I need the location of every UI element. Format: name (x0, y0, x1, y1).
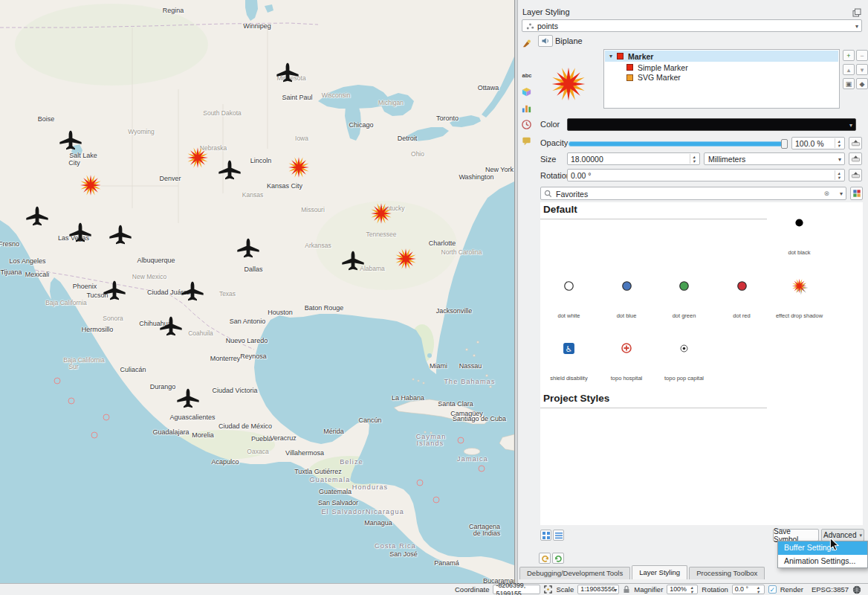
style-search-input[interactable]: Favorites ⊗ ▾ (540, 187, 846, 200)
style-browser[interactable]: Default dot blackdot whitedot bluedot gr… (540, 202, 863, 525)
tab-processing-toolbox[interactable]: Processing Toolbox (689, 567, 765, 579)
redo-style-button[interactable] (552, 553, 564, 564)
style-item-effect-drop-shadow[interactable]: effect drop shadow (771, 269, 828, 329)
size-spinbox[interactable]: 18.00000 ▴▾ (567, 152, 700, 165)
star-marker[interactable] (184, 144, 211, 174)
expand-arrow-icon[interactable]: ▾ (609, 53, 612, 60)
dock-tab-bar: Debugging/Development ToolsLayer Styling… (519, 565, 766, 579)
labels-icon[interactable]: abc (518, 68, 535, 83)
plane-marker[interactable] (68, 221, 92, 248)
style-item-dot-white[interactable]: dot white (540, 269, 597, 329)
lock-symbol-layer-button[interactable]: ◆ (856, 78, 868, 89)
style-item-dot-red[interactable]: dot red (713, 269, 771, 329)
search-value: Favorites (556, 190, 588, 199)
opacity-slider-handle[interactable] (781, 139, 788, 149)
scale-combo[interactable]: 1:19083556 ▾ (577, 585, 619, 594)
dot-style-icon (736, 269, 748, 302)
rotation-spinbox[interactable]: 0.0 ° ▴▾ (732, 585, 765, 594)
coordinate-input[interactable]: -8206399, 5199155 (493, 585, 540, 594)
map-label: Winnipeg (243, 22, 271, 30)
style-item-topo-hospital[interactable]: topo hospital (598, 332, 655, 391)
metadata-icon[interactable] (518, 133, 535, 149)
symbol-audio-button[interactable] (538, 35, 553, 47)
magnifier-spinbox[interactable]: 100% ▴▾ (667, 585, 698, 594)
spinner-arrows[interactable]: ▴▾ (687, 586, 696, 593)
move-up-symbol-layer-button[interactable]: ▴ (843, 64, 855, 75)
spinner-arrows[interactable]: ▴▾ (754, 586, 762, 593)
section-project-styles: Project Styles (543, 393, 609, 404)
plane-marker[interactable] (181, 280, 204, 306)
lock-scale-button[interactable] (623, 585, 630, 594)
star-marker[interactable] (77, 172, 104, 202)
color-button[interactable]: ▾ (567, 118, 856, 131)
symbol-root-row[interactable]: ▾ Marker (605, 51, 838, 62)
plane-marker[interactable] (341, 249, 365, 276)
move-down-symbol-layer-button[interactable]: ▾ (856, 64, 868, 75)
style-manager-button[interactable] (850, 187, 863, 200)
undo-style-button[interactable] (539, 553, 551, 564)
plane-marker[interactable] (159, 315, 183, 341)
add-symbol-layer-button[interactable]: + (843, 50, 855, 61)
symbol-layer-row[interactable]: SVG Marker (604, 73, 839, 83)
rotation-data-defined-button[interactable] (849, 169, 862, 181)
style-item-dot-green[interactable]: dot green (655, 269, 713, 329)
map-canvas[interactable]: ReginaWinnipegSaint PaulOttawaTorontoChi… (0, 0, 514, 583)
data-defined-icon (851, 154, 861, 164)
plane-marker[interactable] (176, 387, 200, 414)
plane-marker[interactable] (108, 223, 132, 250)
plane-marker[interactable] (218, 158, 242, 185)
map-label: Nassau (459, 362, 482, 370)
symbology-icon[interactable] (518, 36, 535, 51)
list-view-button[interactable] (553, 530, 564, 541)
symbol-layer-label: Simple Marker (638, 63, 688, 72)
size-data-defined-button[interactable] (849, 152, 862, 165)
symbol-layer-tree[interactable]: ▾ Marker Simple MarkerSVG Marker (603, 49, 840, 109)
icon-view-button[interactable] (540, 530, 551, 541)
plane-marker[interactable] (25, 205, 49, 231)
advanced-button[interactable]: Advanced ▾ (821, 529, 864, 541)
render-checkbox[interactable]: ✓ (768, 585, 777, 594)
style-manager-icon (852, 189, 861, 198)
log-messages-button[interactable] (852, 585, 861, 594)
history-icon[interactable] (518, 117, 535, 132)
tab-layer-styling[interactable]: Layer Styling (632, 565, 687, 579)
undock-icon[interactable] (852, 8, 861, 19)
map-label: San Salvador (318, 499, 358, 506)
tab-debugging-development-tools[interactable]: Debugging/Development Tools (519, 567, 630, 579)
menu-item-animation-settings[interactable]: Animation Settings... (778, 555, 867, 568)
opacity-data-defined-button[interactable] (849, 137, 862, 149)
plane-marker[interactable] (103, 279, 126, 306)
save-symbol-button[interactable]: Save Symbol... (773, 529, 819, 541)
menu-item-buffer-settings[interactable]: Buffer Settings (778, 541, 867, 555)
style-item-shield-disability[interactable]: ♿shield disability (540, 332, 597, 391)
style-item-label: dot black (776, 249, 823, 257)
style-item-topo-pop-capital[interactable]: topo pop capital (655, 332, 713, 391)
star-marker[interactable] (368, 200, 395, 230)
remove-symbol-layer-button[interactable]: − (856, 50, 868, 61)
style-item-dot-black[interactable]: dot black (771, 206, 828, 266)
map-label: North Carolina (441, 248, 482, 256)
view3d-icon[interactable] (518, 84, 535, 100)
star-marker[interactable] (392, 245, 419, 275)
opacity-spinbox[interactable]: 100.0 % ▴▾ (791, 137, 845, 149)
size-unit-combo[interactable]: Millimeters ▾ (704, 152, 845, 165)
clear-search-icon[interactable]: ⊗ (823, 190, 829, 197)
plane-marker[interactable] (59, 129, 82, 155)
duplicate-symbol-layer-button[interactable]: ▣ (843, 78, 855, 89)
layer-selector[interactable]: points ▾ (522, 19, 862, 32)
spinner-arrows[interactable]: ▴▾ (835, 170, 843, 180)
rotation-spinbox[interactable]: 0.00 ° ▴▾ (567, 169, 845, 181)
plane-marker[interactable] (276, 61, 299, 88)
map-label: Santa Clara (438, 400, 473, 408)
spinner-arrows[interactable]: ▴▾ (835, 138, 843, 148)
spinner-arrows[interactable]: ▴▾ (690, 154, 698, 164)
layer-selector-value: points (537, 22, 558, 30)
map-label: Mérida (323, 428, 344, 435)
diagrams-icon[interactable] (518, 100, 535, 116)
plane-marker[interactable] (236, 237, 260, 263)
extent-icon-button[interactable] (544, 585, 552, 594)
star-marker[interactable] (285, 154, 312, 184)
opacity-slider[interactable] (569, 141, 788, 147)
style-item-dot-blue[interactable]: dot blue (598, 269, 655, 329)
symbol-layer-row[interactable]: Simple Marker (604, 62, 839, 73)
